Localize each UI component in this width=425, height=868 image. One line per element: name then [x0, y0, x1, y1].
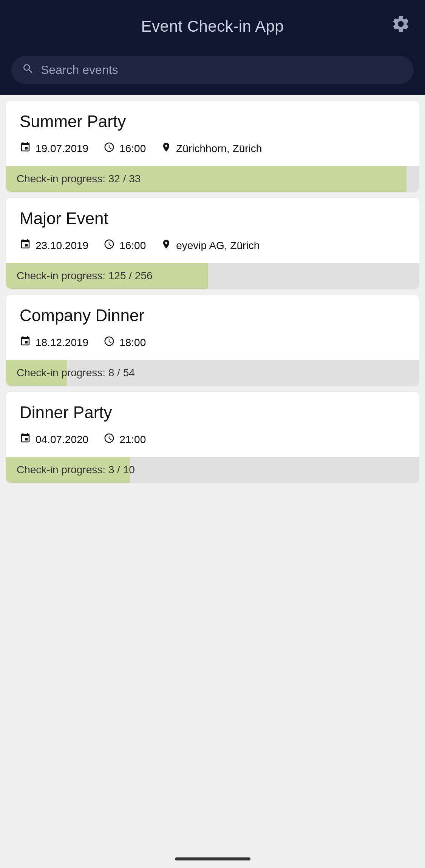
calendar-icon — [20, 142, 31, 155]
event-location-text: eyevip AG, Zürich — [176, 240, 260, 252]
event-time: 16:00 — [104, 142, 146, 155]
clock-icon — [104, 336, 115, 349]
event-date-text: 23.10.2019 — [36, 240, 88, 252]
event-card-major-event[interactable]: Major Event 23.10.2019 — [6, 198, 419, 289]
app-header: Event Check-in App — [0, 0, 425, 49]
home-indicator — [175, 857, 250, 860]
clock-icon — [104, 432, 115, 446]
event-location: Zürichhorn, Zürich — [161, 142, 262, 155]
event-time: 16:00 — [104, 239, 146, 252]
search-icon — [22, 63, 34, 77]
event-title: Dinner Party — [20, 403, 405, 422]
search-bar[interactable] — [11, 56, 414, 84]
progress-label: Check-in progress: 8 / 54 — [6, 360, 419, 386]
bottom-bar — [0, 838, 425, 868]
event-time-text: 16:00 — [119, 240, 146, 252]
event-date-text: 18.12.2019 — [36, 337, 88, 349]
event-meta: 19.07.2019 16:00 — [20, 142, 405, 155]
progress-bar-container: Check-in progress: 8 / 54 — [6, 360, 419, 386]
location-icon — [161, 142, 172, 155]
progress-label: Check-in progress: 3 / 10 — [6, 457, 419, 483]
event-date-text: 04.07.2020 — [36, 434, 88, 446]
event-time: 21:00 — [104, 432, 146, 446]
event-meta: 23.10.2019 16:00 — [20, 239, 405, 252]
event-date: 04.07.2020 — [20, 432, 88, 446]
clock-icon — [104, 142, 115, 155]
events-list: Summer Party 19.07.2019 — [0, 95, 425, 838]
settings-button[interactable] — [388, 11, 414, 38]
event-title: Company Dinner — [20, 306, 405, 325]
event-card-company-dinner[interactable]: Company Dinner 18.12.2019 — [6, 295, 419, 386]
event-time-text: 21:00 — [119, 434, 146, 446]
location-icon — [161, 239, 172, 252]
event-date: 23.10.2019 — [20, 239, 88, 252]
event-meta: 04.07.2020 21:00 — [20, 432, 405, 446]
event-date-text: 19.07.2019 — [36, 143, 88, 155]
calendar-icon — [20, 432, 31, 446]
event-card-body: Dinner Party 04.07.2020 — [6, 392, 419, 457]
progress-bar-container: Check-in progress: 32 / 33 — [6, 166, 419, 192]
event-card-dinner-party[interactable]: Dinner Party 04.07.2020 — [6, 392, 419, 483]
progress-bar-container: Check-in progress: 125 / 256 — [6, 263, 419, 289]
app-title: Event Check-in App — [141, 17, 284, 35]
search-input[interactable] — [41, 63, 403, 77]
event-card-body: Major Event 23.10.2019 — [6, 198, 419, 263]
progress-bar-container: Check-in progress: 3 / 10 — [6, 457, 419, 483]
calendar-icon — [20, 239, 31, 252]
event-card-summer-party[interactable]: Summer Party 19.07.2019 — [6, 101, 419, 192]
event-date: 19.07.2019 — [20, 142, 88, 155]
event-time-text: 16:00 — [119, 143, 146, 155]
event-title: Summer Party — [20, 112, 405, 131]
event-title: Major Event — [20, 209, 405, 228]
search-bar-container — [0, 49, 425, 95]
event-time: 18:00 — [104, 336, 146, 349]
event-time-text: 18:00 — [119, 337, 146, 349]
event-meta: 18.12.2019 18:00 — [20, 336, 405, 349]
gear-icon — [391, 14, 411, 34]
calendar-icon — [20, 336, 31, 349]
event-date: 18.12.2019 — [20, 336, 88, 349]
event-location: eyevip AG, Zürich — [161, 239, 260, 252]
event-location-text: Zürichhorn, Zürich — [176, 143, 262, 155]
event-card-body: Company Dinner 18.12.2019 — [6, 295, 419, 360]
clock-icon — [104, 239, 115, 252]
progress-label: Check-in progress: 32 / 33 — [6, 166, 419, 192]
progress-label: Check-in progress: 125 / 256 — [6, 263, 419, 289]
event-card-body: Summer Party 19.07.2019 — [6, 101, 419, 166]
